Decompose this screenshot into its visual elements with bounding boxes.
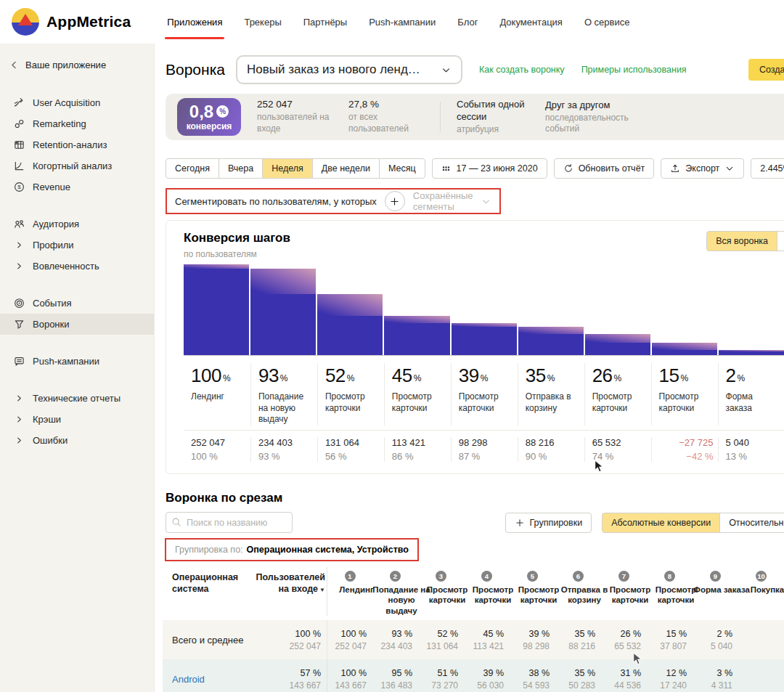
step-percent: 26 xyxy=(592,365,613,386)
back-to-application[interactable]: Ваше приложение xyxy=(0,57,154,73)
period-button[interactable]: Месяц xyxy=(379,158,425,179)
funnel-bar-step-6[interactable] xyxy=(518,327,584,355)
funnel-bar-step-4[interactable] xyxy=(384,316,449,355)
sidebar-item-label: Воронки xyxy=(33,319,70,330)
row-name[interactable]: Android xyxy=(163,674,244,685)
sidebar-item-tech-reports[interactable]: Технические отчеты xyxy=(0,388,154,409)
sampling-button[interactable]: 2.445% данных xyxy=(751,158,784,179)
cell-percent: 31 % xyxy=(601,668,641,678)
step-label: Попадание на новую выдачу xyxy=(258,391,311,426)
usage-examples-link[interactable]: Примеры использования xyxy=(578,65,687,75)
search-input[interactable] xyxy=(166,512,293,533)
setting-value: События одной сессии xyxy=(457,99,529,123)
sidebar-item-retention-analysis[interactable]: Retention-анализ xyxy=(0,134,154,155)
funnel-bar-step-5[interactable] xyxy=(452,323,517,355)
funnel-bar-step-9[interactable] xyxy=(719,350,784,356)
sequence-setting: Друг за другом последовательность событи… xyxy=(545,99,654,134)
segment-label: Сегментировать по пользователям, у котор… xyxy=(175,196,377,207)
sidebar-item-audience[interactable]: Аудитория xyxy=(0,213,154,235)
chart-title: Конверсия шагов xyxy=(184,231,290,245)
cell-percent: 95 % xyxy=(372,668,412,678)
nav-tab[interactable]: Push-кампании xyxy=(369,0,436,44)
sidebar-item-remarketing[interactable]: Remarketing xyxy=(0,113,154,134)
cohort-icon xyxy=(13,160,25,171)
sidebar-item-events[interactable]: События xyxy=(0,293,154,314)
period-button[interactable]: Две недели xyxy=(312,158,380,179)
cell-percent: 26 % xyxy=(601,629,641,639)
step-label: Просмотр карточки xyxy=(325,391,377,414)
step-users: 252 047 xyxy=(191,437,246,448)
cell-users: 98 298 xyxy=(510,641,550,651)
entry-users-column-header[interactable]: Пользователей на входе▼ xyxy=(244,567,327,616)
sidebar-item-crashes[interactable]: Крэши xyxy=(0,409,154,430)
funnel-bar-step-3[interactable] xyxy=(317,294,383,355)
attribution-setting: События одной сессии атрибуция xyxy=(457,99,529,135)
period-button[interactable]: Вчера xyxy=(219,158,263,179)
funnel-number-cell: 88 21690 % xyxy=(518,437,584,462)
step-label: Просмотр карточки xyxy=(592,391,645,414)
sidebar-item-errors[interactable]: Ошибки xyxy=(0,430,154,451)
funnel-bar-drop xyxy=(384,316,449,323)
funnel-bar-step-2[interactable] xyxy=(250,269,316,355)
funnel-bar-step-1[interactable] xyxy=(184,264,249,355)
add-segment-button[interactable] xyxy=(385,191,405,211)
nav-tab[interactable]: Трекеры xyxy=(244,0,281,44)
sidebar-item-revenue[interactable]: $Revenue xyxy=(0,176,154,198)
conversion-mode-button[interactable]: Относительные xyxy=(719,513,784,533)
nav-tab[interactable]: Приложения xyxy=(167,0,222,44)
funnel-selector[interactable]: Новый заказ из нового ленд… xyxy=(236,55,462,84)
step-conversion: 56 % xyxy=(325,451,380,462)
sidebar-item-push-campaigns[interactable]: Push-кампании xyxy=(0,351,154,372)
table-row: Всего и среднее100 %252 047100 %252 0479… xyxy=(163,620,784,659)
funnel-step-cell: 2%Форма заказа xyxy=(718,363,784,426)
period-button[interactable]: Сегодня xyxy=(166,158,219,179)
nav-tab[interactable]: Документация xyxy=(499,0,563,44)
groupings-button[interactable]: Группировки xyxy=(505,513,592,533)
chart-tab[interactable]: Хвост крупно xyxy=(777,231,784,251)
step-value-cell: 51 %73 270 xyxy=(418,668,464,691)
how-to-create-funnel-link[interactable]: Как создать воронку xyxy=(475,65,565,75)
saved-segments-dropdown[interactable]: Сохранённые сегменты xyxy=(413,190,491,212)
date-range-button[interactable]: 17 — 23 июня 2020 xyxy=(432,158,547,179)
funnel-bar-step-8[interactable] xyxy=(652,343,717,356)
cell-users: 234 403 xyxy=(372,641,412,651)
funnel-bar-step-7[interactable] xyxy=(585,334,650,355)
conversion-value: 0,8 xyxy=(189,103,213,121)
cell-users: 252 047 xyxy=(327,641,367,651)
period-button[interactable]: Неделя xyxy=(262,158,313,179)
table-step-column-header: 2Попадание на новую выдачу xyxy=(372,567,418,616)
nav-tab[interactable]: Партнёры xyxy=(303,0,347,44)
nav-tab[interactable]: О сервисе xyxy=(584,0,630,44)
plus-icon xyxy=(389,196,400,207)
conversion-mode-button[interactable]: Абсолютные конверсии xyxy=(602,513,720,533)
top-navigation: ПриложенияТрекерыПартнёрыPush-кампанииБл… xyxy=(167,0,629,44)
funnel-step-cell: 93%Попадание на новую выдачу xyxy=(250,363,317,426)
cell-users: 136 483 xyxy=(372,680,412,691)
step-conversion: 87 % xyxy=(459,451,513,462)
stat-value: 27,8 % xyxy=(348,99,424,110)
chart-tab[interactable]: Вся воронка xyxy=(706,231,777,251)
step-number-badge: 7 xyxy=(618,571,629,582)
brand[interactable]: AppMetrica xyxy=(12,8,131,36)
step-users: 131 064 xyxy=(325,437,380,448)
cell-users: 113 421 xyxy=(464,641,504,651)
cell-percent: 100 % xyxy=(244,629,321,639)
sidebar-item-cohort-analysis[interactable]: Когортный анализ xyxy=(0,155,154,176)
sidebar-item-label: Когортный анализ xyxy=(33,160,112,171)
step-conversion: 93 % xyxy=(258,451,313,462)
table-step-column-header: 6Отправка в корзину xyxy=(555,567,601,616)
grouping-value[interactable]: Операционная система, Устройство xyxy=(247,545,409,555)
sidebar-item-user-acquisition[interactable]: User Acquisition xyxy=(0,92,154,113)
chevron-down-icon xyxy=(724,163,735,174)
export-button[interactable]: Экспорт xyxy=(661,158,744,179)
percent-icon: % xyxy=(216,105,229,118)
sidebar-group: User AcquisitionRemarketingRetention-ана… xyxy=(0,92,154,198)
step-number-badge: 2 xyxy=(390,571,401,582)
create-funnel-button[interactable]: Создать новую воронку xyxy=(748,59,784,81)
cell-percent: 2 % xyxy=(693,629,732,639)
sidebar-item-engagement[interactable]: Вовлеченность xyxy=(0,256,154,277)
nav-tab[interactable]: Блог xyxy=(457,0,478,44)
sidebar-item-funnels[interactable]: Воронки xyxy=(0,314,154,335)
sidebar-item-profiles[interactable]: Профили xyxy=(0,235,154,256)
refresh-report-button[interactable]: Обновить отчёт xyxy=(554,158,655,179)
